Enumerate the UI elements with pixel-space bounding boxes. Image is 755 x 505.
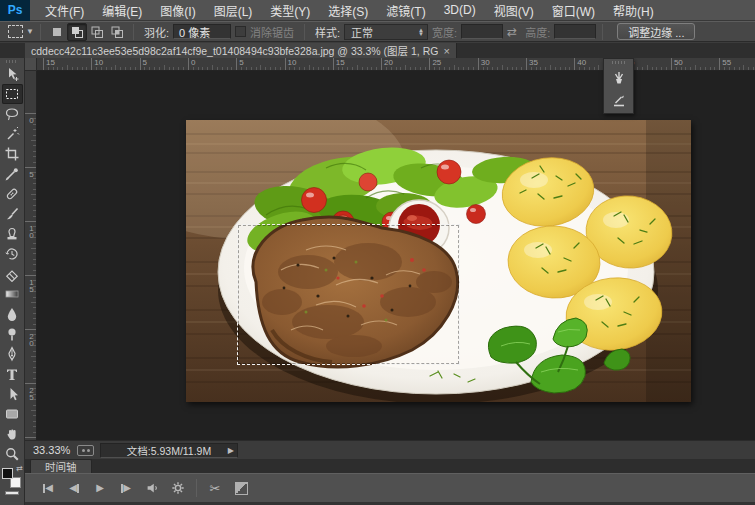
- document-tab[interactable]: cddecc42c11c3ee53e5d98c2af14cf9e_t014084…: [25, 43, 457, 58]
- transition-icon: [235, 482, 248, 495]
- swap-colors-icon[interactable]: ⇄: [16, 464, 23, 473]
- menu-file[interactable]: 文件(F): [36, 0, 93, 21]
- type-tool[interactable]: [2, 364, 23, 384]
- mute-audio-button[interactable]: [140, 478, 164, 498]
- crop-icon: [4, 146, 20, 162]
- history-brush-icon: [4, 246, 20, 262]
- swap-dimensions-icon[interactable]: ⇄: [507, 25, 517, 39]
- play-button[interactable]: ▶: [88, 478, 112, 498]
- path-selection-tool[interactable]: [2, 384, 23, 404]
- healing-brush-icon: [4, 186, 20, 202]
- new-selection-icon: [50, 25, 64, 39]
- zoom-tool[interactable]: [2, 444, 23, 464]
- clone-stamp-tool[interactable]: [2, 224, 23, 244]
- tool-preset-picker[interactable]: ▼: [8, 25, 34, 38]
- gradient-tool[interactable]: [2, 284, 23, 304]
- clone-stamp-icon: [4, 226, 20, 242]
- brush-tool[interactable]: [2, 204, 23, 224]
- pen-tool[interactable]: [2, 344, 23, 364]
- timeline-panel: ◀ ◀ ▶ ▶ ✂: [25, 473, 755, 505]
- gear-icon: [171, 481, 185, 495]
- antialias-checkbox[interactable]: [235, 26, 246, 37]
- eraser-icon: [4, 266, 20, 282]
- first-frame-button[interactable]: ◀: [36, 478, 60, 498]
- feather-input[interactable]: 0 像素: [173, 24, 231, 39]
- document-info-field[interactable]: 文档:5.93M/11.9M ▶: [100, 443, 238, 458]
- blur-tool[interactable]: [2, 304, 23, 324]
- quick-mask-bar[interactable]: [5, 491, 19, 495]
- panel-grip[interactable]: [612, 61, 626, 64]
- divider: [40, 24, 41, 40]
- vertical-ruler: 051015202530: [25, 71, 37, 440]
- menu-type[interactable]: 类型(Y): [261, 0, 319, 21]
- move-icon: [4, 66, 20, 82]
- dodge-tool[interactable]: [2, 324, 23, 344]
- prev-frame-icon: [77, 484, 79, 493]
- foreground-color-swatch[interactable]: [2, 468, 13, 479]
- new-selection-button[interactable]: [47, 23, 67, 41]
- menu-window[interactable]: 窗口(W): [543, 0, 604, 21]
- menu-help[interactable]: 帮助(H): [604, 0, 663, 21]
- add-to-selection-button[interactable]: [67, 23, 87, 41]
- menu-view[interactable]: 视图(V): [485, 0, 543, 21]
- status-pages-icon: [77, 445, 94, 456]
- path-select-icon: [4, 386, 20, 402]
- refine-edge-button[interactable]: 调整边缘 ...: [617, 23, 695, 40]
- timeline-tab[interactable]: 时间轴: [30, 459, 92, 473]
- document-image[interactable]: [186, 120, 691, 402]
- move-tool[interactable]: [2, 64, 23, 84]
- rectangular-marquee-tool[interactable]: [2, 84, 23, 104]
- menu-3d[interactable]: 3D(D): [435, 0, 485, 21]
- menu-layer[interactable]: 图层(L): [205, 0, 262, 21]
- next-frame-button[interactable]: ▶: [114, 478, 138, 498]
- height-input[interactable]: [554, 24, 596, 39]
- hand-tool[interactable]: [2, 424, 23, 444]
- eyedropper-tool[interactable]: [2, 164, 23, 184]
- height-label: 高度:: [525, 24, 550, 40]
- history-brush-tool[interactable]: [2, 244, 23, 264]
- magnifier-icon: [4, 446, 20, 462]
- clone-source-panel-icon: [611, 93, 627, 109]
- width-input[interactable]: [461, 24, 503, 39]
- document-tab-strip: cddecc42c11c3ee53e5d98c2af14cf9e_t014084…: [0, 43, 755, 58]
- scissors-icon: ✂: [210, 481, 221, 496]
- pen-icon: [4, 346, 20, 362]
- panel-grip[interactable]: [6, 60, 18, 63]
- menu-filter[interactable]: 滤镜(T): [377, 0, 434, 21]
- color-swatches[interactable]: ⇄: [2, 466, 22, 488]
- crop-tool[interactable]: [2, 144, 23, 164]
- ruler-corner: [25, 58, 37, 71]
- photoshop-logo: Ps: [0, 0, 30, 21]
- document-title: cddecc42c11c3ee53e5d98c2af14cf9e_t014084…: [31, 43, 438, 58]
- transition-button[interactable]: [229, 478, 253, 498]
- brush-panel-button[interactable]: [606, 66, 631, 89]
- width-label: 宽度:: [432, 24, 457, 40]
- previous-frame-button[interactable]: ◀: [62, 478, 86, 498]
- spinner-arrows-icon: ▲▼: [418, 28, 424, 36]
- split-clip-button[interactable]: ✂: [203, 478, 227, 498]
- menu-select[interactable]: 选择(S): [319, 0, 377, 21]
- canvas-area[interactable]: 151050510152025303540455055 051015202530: [25, 58, 755, 440]
- magic-wand-icon: [4, 126, 20, 142]
- document-sizes: 文档:5.93M/11.9M: [127, 443, 211, 458]
- subtract-from-selection-button[interactable]: [87, 23, 107, 41]
- magic-wand-tool[interactable]: [2, 124, 23, 144]
- status-expand-icon[interactable]: ▶: [228, 446, 234, 455]
- style-dropdown[interactable]: 正常 ▲▼: [344, 24, 428, 40]
- style-value: 正常: [351, 24, 373, 40]
- timeline-settings-button[interactable]: [166, 478, 190, 498]
- close-icon[interactable]: ×: [444, 46, 450, 56]
- menu-image[interactable]: 图像(I): [151, 0, 204, 21]
- horizontal-ruler: 151050510152025303540455055: [37, 58, 755, 71]
- healing-brush-tool[interactable]: [2, 184, 23, 204]
- lasso-tool[interactable]: [2, 104, 23, 124]
- clone-source-panel-button[interactable]: [606, 89, 631, 112]
- zoom-level-field[interactable]: 33.33%: [33, 444, 73, 456]
- intersect-selection-button[interactable]: [107, 23, 127, 41]
- eraser-tool[interactable]: [2, 264, 23, 284]
- shape-tool[interactable]: [2, 404, 23, 424]
- chevron-down-icon: ▼: [26, 27, 34, 36]
- blur-drop-icon: [4, 306, 20, 322]
- photoshop-window: Ps 文件(F) 编辑(E) 图像(I) 图层(L) 类型(Y) 选择(S) 滤…: [0, 0, 755, 505]
- menu-edit[interactable]: 编辑(E): [93, 0, 151, 21]
